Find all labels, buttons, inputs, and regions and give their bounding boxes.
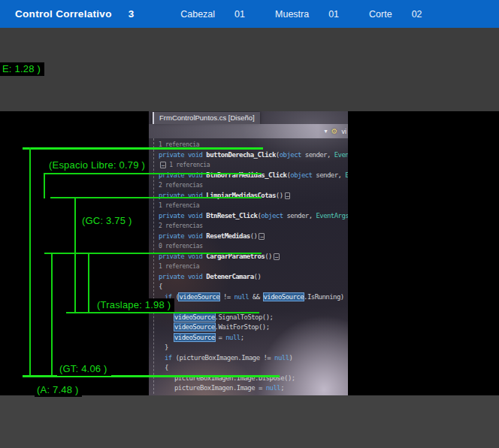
chevron-down-icon: ▾	[325, 128, 328, 135]
member-dropdown-text: vi	[342, 128, 347, 135]
header-nav-item-cabezal[interactable]: Cabezal01	[180, 9, 245, 20]
measure-tick-espacio	[44, 173, 45, 198]
measure-line-left-vertical	[29, 147, 31, 377]
ide-navigation-bar: ▾ ⚙ vi	[149, 124, 348, 138]
ide-tab-strip: FrmControlPuntos.cs [Diseño]	[149, 111, 348, 124]
code-line: 2 referencias	[159, 221, 348, 232]
gear-icon: ⚙	[331, 128, 338, 135]
code-line: }	[159, 394, 348, 396]
nav-item-label: Cabezal	[180, 9, 215, 20]
measure-label-e: E: 1.28 )	[0, 62, 44, 76]
code-line: private void DetenerCamara()	[159, 272, 348, 283]
code-line: }	[159, 343, 348, 353]
code-line: private void BtnReset_Click(object sende…	[159, 211, 348, 222]
nav-item-value: 01	[328, 9, 339, 20]
header-nav-item-corte[interactable]: Corte02	[369, 9, 422, 20]
code-line: {	[159, 302, 348, 313]
code-line: private void BtnBorrarMedidas_Click(obje…	[159, 171, 348, 181]
measure-tick-gt-left	[51, 253, 53, 377]
code-line: pictureBoxImagen.Image = null;	[159, 383, 348, 394]
code-line: … 1 referencia	[159, 160, 348, 171]
code-line: 0 referencias	[159, 241, 348, 252]
code-line: 1 referencia	[159, 201, 348, 211]
app-title-number: 3	[129, 8, 135, 20]
code-line: if (videoSource != null && videoSource.I…	[159, 292, 348, 303]
code-line: private void ResetMedidas()…	[159, 232, 348, 242]
bottom-strip	[0, 395, 499, 448]
code-line: videoSource.WaitForStop();	[159, 322, 348, 333]
code-line: if (pictureBoxImagen.Image != null)	[159, 353, 348, 364]
measure-label-espacio-libre: (Espacio Libre: 0.79 )	[47, 159, 149, 172]
code-line: private void LimpiarMedidasCotas()…	[159, 191, 348, 201]
ide-tab-title: FrmControlPuntos.cs [Diseño]	[153, 112, 260, 124]
app-title: Control Correlativo	[15, 8, 112, 20]
app-window: Control Correlativo 3 Cabezal01Muestra01…	[0, 0, 499, 448]
measure-label-gc: (GC: 3.75 )	[80, 214, 136, 228]
code-line: {	[159, 363, 348, 374]
code-area: 1 referenciaprivate void buttonDerecha_C…	[149, 138, 348, 395]
code-line: 2 referencias	[159, 180, 348, 191]
header-nav: Cabezal01Muestra01Corte02	[180, 9, 422, 20]
code-line: videoSource.SignalToStop();	[159, 313, 348, 323]
measure-line-traslape-top	[44, 253, 262, 254]
measure-line-espacio-bottom	[50, 197, 262, 198]
nav-item-value: 01	[234, 9, 245, 20]
nav-item-label: Corte	[369, 9, 392, 20]
code-line: private void buttonDerecha_Click(object …	[159, 150, 348, 161]
nav-item-label: Muestra	[275, 9, 309, 20]
header-nav-item-muestra[interactable]: Muestra01	[275, 9, 339, 20]
nav-item-value: 02	[412, 9, 422, 20]
code-line: {	[159, 282, 348, 292]
code-line: videoSource = null;	[159, 333, 348, 344]
header-bar: Control Correlativo 3 Cabezal01Muestra01…	[0, 0, 499, 28]
measure-line-top	[23, 147, 263, 150]
code-line: 1 referencia	[159, 262, 348, 272]
measure-label-traslape: (Traslape: 1.98 )	[95, 298, 174, 312]
measure-line-traslape-bottom	[66, 312, 259, 313]
measure-tick-gc	[74, 197, 76, 313]
measurement-canvas[interactable]: FrmControlPuntos.cs [Diseño] ▾ ⚙ vi 1 re…	[0, 111, 499, 395]
top-strip: E: 1.28 )	[0, 28, 499, 111]
measure-label-gt: (GT: 4.06 )	[57, 362, 111, 376]
measure-label-a: (A: 7.48 )	[35, 383, 82, 397]
measure-line-espacio-top	[44, 173, 262, 174]
measure-tick-traslape	[88, 253, 89, 313]
